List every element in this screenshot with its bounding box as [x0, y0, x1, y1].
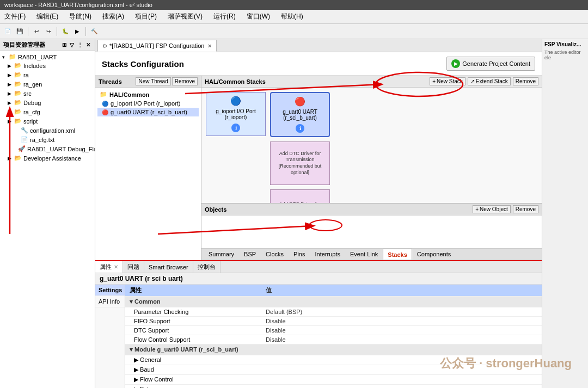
toolbar-new[interactable]: 📄	[2, 26, 13, 37]
tab-interrupts[interactable]: Interrupts	[310, 249, 345, 260]
menu-run[interactable]: 运行(R)	[211, 11, 238, 22]
tree-includes-row[interactable]: ▶ 📂 Includes	[0, 61, 95, 70]
fsp-viz-title: FSP Visualiz...	[544, 41, 586, 47]
tab-bar: ⚙ *[RA8D1_UART] FSP Configuration ✕	[95, 39, 542, 52]
explorer-filter[interactable]: ▽	[69, 41, 75, 48]
prop-tab-smart-browser[interactable]: Smart Browser	[144, 261, 193, 273]
tree-debug-label: Debug	[23, 100, 41, 106]
bottom-area: 属性 ✕ 问题 Smart Browser 控制台 g_uart0 UART (…	[95, 260, 542, 388]
explorer-collapse[interactable]: ⊞	[61, 41, 68, 48]
tab-summary[interactable]: Summary	[204, 249, 239, 260]
menu-edit[interactable]: 编辑(E)	[34, 11, 60, 22]
toolbar-run[interactable]: ▶	[72, 26, 83, 37]
tab-icon: ⚙	[102, 43, 107, 49]
ioport-card[interactable]: 🔵 g_ioport I/O Port (r_ioport) ℹ	[206, 92, 266, 136]
tree-ra-gen-row[interactable]: ▶ 📂 ra_gen	[0, 80, 95, 88]
section-module-arrow[interactable]: ▾	[130, 346, 134, 353]
thread-ioport[interactable]: 🔵 g_ioport I/O Port (r_ioport)	[97, 99, 199, 108]
dtc-name: DTC Support	[125, 326, 261, 335]
tree-src-row[interactable]: ▶ 📂 src	[0, 89, 95, 97]
tab-pins[interactable]: Pins	[289, 249, 310, 260]
menu-project[interactable]: 项目(P)	[133, 11, 159, 22]
ioport-info-icon[interactable]: ℹ	[231, 124, 240, 132]
uart-info-icon[interactable]: ℹ	[296, 124, 304, 133]
explorer-menu[interactable]: ⋮	[76, 41, 84, 48]
explorer-close[interactable]: ✕	[85, 41, 91, 48]
tree-dev-assist: ▶ 📂 Developer Assistance	[0, 153, 95, 163]
tree-script-icon: 📂	[14, 118, 22, 125]
toolbar-undo[interactable]: ↩	[31, 26, 42, 37]
tab-close[interactable]: ✕	[207, 43, 212, 49]
toolbar-build[interactable]: 🔨	[89, 26, 100, 37]
new-object-btn[interactable]: + New Object	[473, 205, 511, 213]
tree-root-row[interactable]: ▾ 📁 RA8D1_UART	[0, 53, 95, 61]
extra-arrow[interactable]: ▶	[134, 386, 140, 388]
menu-window[interactable]: 窗口(W)	[244, 11, 272, 22]
row-flow[interactable]: ▶ Flow Control	[125, 375, 542, 385]
fifo-value: Disable	[261, 317, 542, 326]
remove-thread-btn[interactable]: Remove	[172, 77, 198, 85]
row-flow-ctrl[interactable]: Flow Control Support Disable	[125, 335, 542, 344]
section-common-arrow[interactable]: ▾	[130, 298, 134, 305]
tab-components[interactable]: Components	[412, 249, 456, 260]
row-baud[interactable]: ▶ Baud	[125, 365, 542, 375]
toolbar-redo[interactable]: ↪	[43, 26, 54, 37]
tree-ra-cfg-txt: ▶ 📄 ra_cfg.txt	[0, 135, 95, 144]
remove-object-btn[interactable]: Remove	[513, 205, 538, 213]
prop-tab-issues[interactable]: 问题	[123, 261, 144, 273]
baud-arrow[interactable]: ▶	[134, 366, 140, 373]
new-stack-btn[interactable]: + New Stack	[430, 77, 465, 85]
menu-help[interactable]: 帮助(H)	[279, 11, 305, 22]
tree-debug-row[interactable]: ▶ 📂 Debug	[0, 98, 95, 107]
tree-ra-cfg-txt-row[interactable]: ▶ 📄 ra_cfg.txt	[0, 136, 95, 144]
tree-debug-launch-row[interactable]: ▶ 🚀 RA8D1_UART Debug_Flat.launch	[0, 145, 95, 153]
tab-stacks[interactable]: Stacks	[383, 249, 412, 260]
thread-uart[interactable]: 🔴 g_uart0 UART (r_sci_b_uart)	[97, 108, 199, 116]
new-object-label: New Object	[480, 206, 508, 212]
row-general[interactable]: ▶ General	[125, 355, 542, 365]
menu-file[interactable]: 文件(F)	[2, 11, 28, 22]
fsp-config-tab[interactable]: ⚙ *[RA8D1_UART] FSP Configuration ✕	[97, 40, 217, 52]
toolbar-debug[interactable]: 🐛	[60, 26, 71, 37]
row-fifo[interactable]: FIFO Support Disable	[125, 317, 542, 326]
remove-stack-btn[interactable]: Remove	[513, 77, 538, 85]
tree-debug-icon: 📂	[14, 99, 22, 106]
prop-tab-properties-close[interactable]: ✕	[114, 264, 118, 270]
extend-stack-btn[interactable]: ↗ Extend Stack	[468, 77, 511, 85]
tab-clocks[interactable]: Clocks	[261, 249, 289, 260]
tab-event-link[interactable]: Event Link	[345, 249, 383, 260]
tree-ra-label: ra	[23, 72, 29, 78]
prop-tab-issues-label: 问题	[127, 263, 139, 271]
col-value: 值	[261, 285, 542, 297]
add-dtc-tx-card[interactable]: Add DTC Driver for Transmission [Recomme…	[270, 141, 330, 185]
row-dtc[interactable]: DTC Support Disable	[125, 326, 542, 335]
prop-tab-console[interactable]: 控制台	[193, 261, 220, 273]
row-extra[interactable]: ▶ Extra	[125, 385, 542, 389]
generate-btn[interactable]: ▶ Generate Project Content	[446, 57, 535, 71]
menu-nav[interactable]: 导航(N)	[67, 11, 94, 22]
nav-settings[interactable]: Settings	[95, 285, 125, 296]
tree-dev-assist-row[interactable]: ▶ 📂 Developer Assistance	[0, 154, 95, 162]
tree-ra-cfg: ▶ 📂 ra_cfg	[0, 107, 95, 116]
uart-card[interactable]: 🔴 g_uart0 UART (r_sci_b_uart) ℹ	[270, 92, 330, 137]
tab-bsp[interactable]: BSP	[239, 249, 261, 260]
general-arrow[interactable]: ▶	[134, 356, 140, 363]
prop-tab-properties[interactable]: 属性 ✕	[95, 261, 123, 273]
tree-ra-gen-label: ra_gen	[23, 81, 42, 88]
menu-renesas[interactable]: 瑞萨视图(V)	[166, 11, 205, 22]
tree-ra-cfg-row[interactable]: ▶ 📂 ra_cfg	[0, 108, 95, 116]
tree-dev-assist-arrow: ▶	[8, 156, 14, 161]
row-param-check[interactable]: Parameter Checking Default (BSP)	[125, 307, 542, 317]
toolbar-save[interactable]: 💾	[14, 26, 25, 37]
main-layout: 项目资源管理器 ⊞ ▽ ⋮ ✕ ▾ 📁 RA8D1_UART ▶	[0, 39, 588, 388]
tree-ra-row[interactable]: ▶ 📂 ra	[0, 71, 95, 79]
objects-header: Objects + New Object Remove	[201, 204, 542, 215]
flow-arrow[interactable]: ▶	[134, 376, 140, 383]
new-thread-btn[interactable]: New Thread	[136, 77, 170, 85]
tree-config-xml-row[interactable]: ▶ 🔧 configuration.xml	[0, 126, 95, 134]
tree-script-row[interactable]: ▶ 📂 script	[0, 117, 95, 125]
tree-ra-cfg-arrow: ▶	[8, 109, 14, 115]
nav-api-info[interactable]: API Info	[95, 296, 125, 307]
menu-search[interactable]: 搜索(A)	[100, 11, 126, 22]
add-dtc-rx-card[interactable]: Add DTC Driver for Reception [Not recomm…	[270, 189, 330, 203]
